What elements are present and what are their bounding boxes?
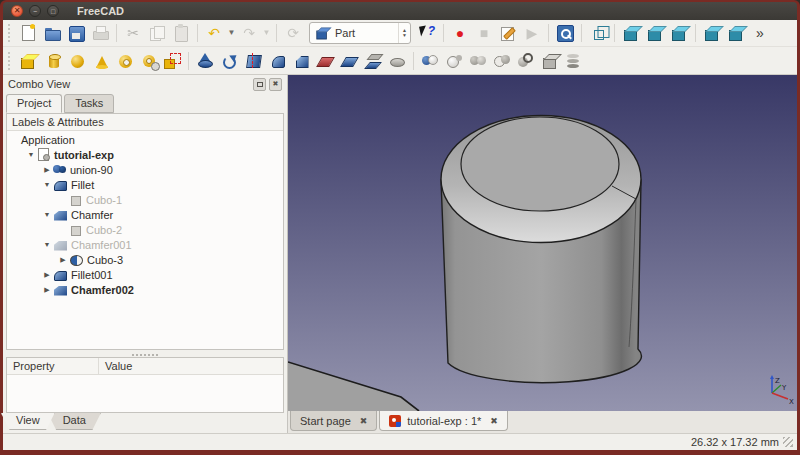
expander-icon[interactable]: ▼ xyxy=(41,241,53,248)
loft-button[interactable] xyxy=(361,49,385,73)
macro-edit-button[interactable] xyxy=(496,21,520,45)
redo-button[interactable]: ↷ xyxy=(237,21,261,45)
primitive-sphere-button[interactable] xyxy=(64,49,88,73)
refresh-button[interactable]: ⟳ xyxy=(281,21,305,45)
close-panel-icon[interactable]: ✖ xyxy=(269,78,282,91)
expander-icon[interactable]: ▶ xyxy=(41,166,53,174)
save-file-button[interactable] xyxy=(64,21,88,45)
tree-item-cubo-1[interactable]: Cubo-1 xyxy=(7,192,283,207)
spinner-down-icon[interactable]: ▼ xyxy=(402,33,407,38)
new-file-button[interactable] xyxy=(16,21,40,45)
toolbar-handle[interactable] xyxy=(8,24,12,42)
chamfer-button[interactable] xyxy=(289,49,313,73)
undo-button[interactable]: ↶ xyxy=(202,21,226,45)
tab-data[interactable]: Data xyxy=(48,413,101,430)
make-face-button[interactable] xyxy=(313,49,337,73)
titlebar[interactable]: ✕ − □ FreeCAD xyxy=(3,2,797,20)
revolve-button[interactable] xyxy=(217,49,241,73)
macro-play-button[interactable]: ▶ xyxy=(520,21,544,45)
model-cylinder[interactable] xyxy=(441,116,641,383)
undo-menu-button[interactable]: ▼ xyxy=(226,21,237,45)
tab-tutorial-exp-1[interactable]: tutorial-exp : 1*✖ xyxy=(379,411,508,431)
section-button[interactable] xyxy=(538,49,562,73)
boolean-operation-button[interactable] xyxy=(490,49,514,73)
shape-builder-button[interactable] xyxy=(160,49,184,73)
view-top-button[interactable] xyxy=(643,21,667,45)
expander-icon[interactable]: ▶ xyxy=(41,286,53,294)
primitive-cylinder-button[interactable] xyxy=(40,49,64,73)
primitive-cone-button[interactable] xyxy=(88,49,112,73)
paste-button[interactable] xyxy=(169,21,193,45)
tree-item-chamfer[interactable]: ▼Chamfer xyxy=(7,207,283,222)
cross-sections-icon xyxy=(565,52,583,70)
property-panel: PropertyValue xyxy=(6,357,284,413)
create-primitives-button[interactable] xyxy=(136,49,160,73)
macro-record-button[interactable]: ● xyxy=(448,21,472,45)
close-tab-icon[interactable]: ✖ xyxy=(360,416,368,426)
boolean-cut-button[interactable] xyxy=(442,49,466,73)
tree-item-union-90[interactable]: ▶union-90 xyxy=(7,162,283,177)
whats-this-button[interactable] xyxy=(415,21,439,45)
expander-icon[interactable]: ▼ xyxy=(41,211,53,218)
view-axonometric-button[interactable] xyxy=(586,21,610,45)
tree-item-label: Cubo-3 xyxy=(87,254,123,266)
refresh-icon: ⟳ xyxy=(287,26,299,40)
boolean-union-icon xyxy=(421,52,439,70)
toolbar-separator xyxy=(695,24,696,42)
tab-view[interactable]: View xyxy=(1,413,55,430)
tree-item-fillet[interactable]: ▼Fillet xyxy=(7,177,283,192)
redo-menu-button[interactable]: ▼ xyxy=(261,21,272,45)
tree-item-cubo-2[interactable]: Cubo-2 xyxy=(7,222,283,237)
toolbar-overflow-button[interactable]: » xyxy=(748,21,772,45)
tree-item-application[interactable]: Application xyxy=(7,132,283,147)
open-file-button[interactable] xyxy=(40,21,64,45)
cross-sections-button[interactable] xyxy=(562,49,586,73)
extrude-button[interactable] xyxy=(193,49,217,73)
3d-scene[interactable]: Z Y X xyxy=(288,75,797,411)
workbench-spinner[interactable]: ▲▼ xyxy=(398,23,407,43)
primitive-torus-button[interactable] xyxy=(112,49,136,73)
expander-icon[interactable]: ▶ xyxy=(57,256,69,264)
tree-item-fillet001[interactable]: ▶Fillet001 xyxy=(7,267,283,282)
boolean-union-button[interactable] xyxy=(418,49,442,73)
toolbar-handle[interactable] xyxy=(8,52,12,70)
mirror-button[interactable] xyxy=(241,49,265,73)
copy-button[interactable] xyxy=(145,21,169,45)
expander-icon[interactable]: ▶ xyxy=(41,271,53,279)
float-panel-icon[interactable] xyxy=(253,78,266,91)
boolean-common-button[interactable] xyxy=(466,49,490,73)
tree-item-chamfer001[interactable]: ▼Chamfer001 xyxy=(7,237,283,252)
macro-stop-button[interactable]: ■ xyxy=(472,21,496,45)
tab-project[interactable]: Project xyxy=(6,94,62,113)
view-front-button[interactable] xyxy=(619,21,643,45)
cut-button[interactable]: ✂ xyxy=(121,21,145,45)
tab-tasks[interactable]: Tasks xyxy=(64,94,114,113)
tree-item-cubo-3[interactable]: ▶Cubo-3 xyxy=(7,252,283,267)
check-geometry-button[interactable] xyxy=(514,49,538,73)
expander-icon[interactable]: ▼ xyxy=(25,151,37,158)
toolbar-separator xyxy=(614,24,615,42)
tab-start-page[interactable]: Start page✖ xyxy=(290,411,377,431)
tree-item-chamfer002[interactable]: ▶Chamfer002 xyxy=(7,282,283,297)
close-tab-icon[interactable]: ✖ xyxy=(490,416,498,426)
view-rear-button[interactable] xyxy=(700,21,724,45)
tree-item-tutorial-exp[interactable]: ▼tutorial-exp xyxy=(7,147,283,162)
view-bottom-button[interactable] xyxy=(724,21,748,45)
toolbar-file-macro-view: ✂↶▼↷▼⟳Part▲▼●■▶» xyxy=(3,20,797,47)
print-button[interactable] xyxy=(88,21,112,45)
ruled-surface-button[interactable] xyxy=(337,49,361,73)
property-table-body[interactable] xyxy=(7,375,283,412)
sweep-button[interactable] xyxy=(385,49,409,73)
workbench-selector[interactable]: Part▲▼ xyxy=(309,22,411,44)
expander-icon[interactable]: ▼ xyxy=(41,181,53,188)
maximize-window-icon[interactable]: □ xyxy=(47,5,59,17)
fillet-icon xyxy=(272,56,285,68)
3d-viewport[interactable]: Z Y X xyxy=(288,75,797,411)
view-fit-all-button[interactable] xyxy=(553,21,577,45)
close-window-icon[interactable]: ✕ xyxy=(11,5,23,17)
primitive-box-button[interactable] xyxy=(16,49,40,73)
view-right-button[interactable] xyxy=(667,21,691,45)
fillet-button[interactable] xyxy=(265,49,289,73)
minimize-window-icon[interactable]: − xyxy=(29,5,41,17)
resize-grip[interactable] xyxy=(783,437,793,447)
